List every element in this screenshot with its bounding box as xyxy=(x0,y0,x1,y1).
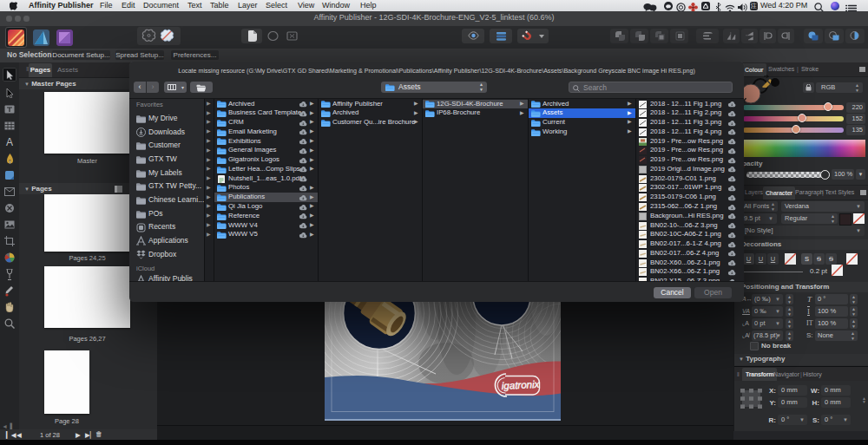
svg-text:igatronix: igatronix xyxy=(502,379,541,391)
